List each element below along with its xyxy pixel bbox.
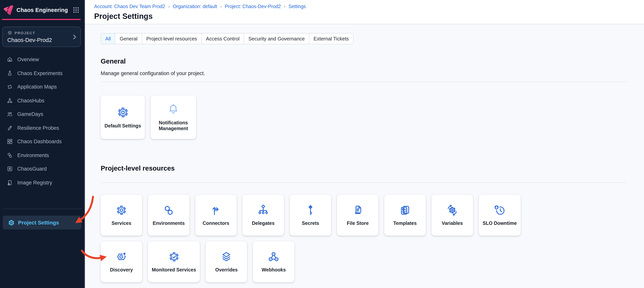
breadcrumb-separator: › xyxy=(284,4,286,9)
tab-general[interactable]: General xyxy=(115,34,142,44)
webhooks-card[interactable]: Webhooks xyxy=(253,241,294,282)
clock-badge-icon xyxy=(494,204,506,216)
dashboard-icon xyxy=(6,138,13,145)
split-arrows-icon xyxy=(210,204,222,216)
probe-icon xyxy=(6,125,13,131)
sidebar-item-overview[interactable]: Overview xyxy=(0,53,84,66)
card-label: Secrets xyxy=(302,221,319,226)
sidebar-item-environments[interactable]: Environments xyxy=(0,149,84,162)
page-title: Project Settings xyxy=(94,12,635,21)
org-chart-icon xyxy=(257,204,269,216)
sidebar-item-image-registry[interactable]: Image Registry xyxy=(0,176,84,189)
sidebar-item-gamedays[interactable]: GameDays xyxy=(0,107,84,121)
filter-tabs: All General Project-level resources Acce… xyxy=(101,33,354,44)
target-icon xyxy=(6,84,13,90)
breadcrumb-organization[interactable]: Organization: default xyxy=(173,4,217,9)
card-label: Notifications Management xyxy=(155,120,192,132)
hexagons-icon xyxy=(6,152,13,159)
templates-card[interactable]: Templates xyxy=(384,195,426,236)
notifications-management-card[interactable]: Notifications Management xyxy=(151,95,196,139)
home-icon xyxy=(6,56,13,63)
resources-cards-row-2: Discovery Monitored Services Overri xyxy=(101,241,627,282)
tab-project-level-resources[interactable]: Project-level resources xyxy=(142,34,201,44)
hexagons-icon xyxy=(162,204,175,216)
sidebar: Chaos Engineering PROJECT Chaos-Dev-Prod… xyxy=(0,0,85,288)
tab-security-and-governance[interactable]: Security and Governance xyxy=(244,34,309,44)
sidebar-item-chaos-experiments[interactable]: Chaos Experiments xyxy=(0,66,84,80)
card-label: File Store xyxy=(347,221,369,226)
monitored-services-card[interactable]: Monitored Services xyxy=(148,241,200,282)
gear-check-icon xyxy=(168,251,180,263)
project-selector-name: Chaos-Dev-Prod2 xyxy=(7,37,76,43)
app-grid-icon[interactable] xyxy=(72,6,80,13)
breadcrumb-project[interactable]: Project: Chaos-Dev-Prod2 xyxy=(225,4,281,9)
sidebar-item-resilience-probes[interactable]: Resilience Probes xyxy=(0,121,84,135)
discovery-card[interactable]: Discovery xyxy=(101,241,142,282)
project-selector-label: PROJECT xyxy=(14,31,35,35)
network-icon xyxy=(6,97,13,104)
cube-icon xyxy=(7,30,12,35)
sidebar-nav: Overview Chaos Experiments Application M… xyxy=(0,53,84,189)
stacked-cards-icon xyxy=(399,204,411,216)
breadcrumb-settings[interactable]: Settings xyxy=(288,4,306,9)
services-card[interactable]: Services xyxy=(101,195,142,236)
registry-icon xyxy=(6,179,13,186)
brand-header: Chaos Engineering xyxy=(0,0,84,16)
file-store-card[interactable]: File Store xyxy=(337,195,378,236)
sidebar-divider xyxy=(3,209,82,209)
card-label: Overrides xyxy=(215,267,238,273)
tab-external-tickets[interactable]: External Tickets xyxy=(309,34,353,44)
card-label: SLO Downtime xyxy=(482,221,517,226)
people-icon xyxy=(6,111,13,118)
main-content: Account: Chaos Dev Team Prod2 › Organiza… xyxy=(85,0,644,288)
connectors-card[interactable]: Connectors xyxy=(195,195,237,236)
sidebar-item-chaoshubs[interactable]: ChaosHubs xyxy=(0,94,84,107)
sidebar-item-project-settings[interactable]: Project Settings xyxy=(3,216,82,229)
bell-icon xyxy=(167,103,180,116)
breadcrumb-separator: › xyxy=(168,4,170,9)
project-selector[interactable]: PROJECT Chaos-Dev-Prod2 xyxy=(2,27,81,47)
gear-icon xyxy=(115,204,128,216)
tab-access-control[interactable]: Access Control xyxy=(201,34,244,44)
card-label: Delegates xyxy=(252,221,274,226)
flask-icon xyxy=(6,70,13,77)
page-header: Account: Chaos Dev Team Prod2 › Organiza… xyxy=(85,0,644,24)
card-label: Variables xyxy=(442,221,463,226)
section-title-resources: Project-level resources xyxy=(101,164,627,173)
card-label: Connectors xyxy=(203,221,230,226)
layers-icon xyxy=(220,251,233,263)
sidebar-item-chaosguard[interactable]: ChaosGuard xyxy=(0,162,84,176)
slo-downtime-card[interactable]: SLO Downtime xyxy=(479,195,521,236)
breadcrumb-account[interactable]: Account: Chaos Dev Team Prod2 xyxy=(94,4,165,9)
harness-chaos-logo-icon xyxy=(4,5,14,15)
breadcrumb: Account: Chaos Dev Team Prod2 › Organiza… xyxy=(94,4,635,9)
lock-icon xyxy=(6,166,13,172)
card-label: Services xyxy=(112,221,132,226)
sidebar-item-chaos-dashboards[interactable]: Chaos Dashboards xyxy=(0,135,84,149)
card-label: Environments xyxy=(153,221,185,226)
card-label: Default Settings xyxy=(104,123,141,129)
sidebar-item-application-maps[interactable]: Application Maps xyxy=(0,80,84,94)
card-label: Webhooks xyxy=(262,267,286,273)
delegates-card[interactable]: Delegates xyxy=(242,195,284,236)
breadcrumb-separator: › xyxy=(220,4,222,9)
key-icon xyxy=(304,204,316,216)
secrets-card[interactable]: Secrets xyxy=(290,195,331,236)
default-settings-card[interactable]: Default Settings xyxy=(101,95,145,139)
variables-card[interactable]: Variables xyxy=(432,195,473,236)
page-body: All General Project-level resources Acce… xyxy=(85,24,644,288)
overrides-card[interactable]: Overrides xyxy=(206,241,247,282)
app-window: Chaos Engineering PROJECT Chaos-Dev-Prod… xyxy=(0,0,644,288)
environments-card[interactable]: Environments xyxy=(148,195,190,236)
app-title: Chaos Engineering xyxy=(16,7,72,13)
hexagon-gear-dot-icon xyxy=(115,251,128,263)
gear-refresh-icon xyxy=(446,204,458,216)
card-label: Monitored Services xyxy=(152,267,196,273)
tab-all[interactable]: All xyxy=(101,34,115,44)
section-description-general: Manage general configuration of your pro… xyxy=(101,70,627,76)
card-label: Discovery xyxy=(110,267,133,273)
brand-accent-line xyxy=(2,19,81,20)
resources-cards-row-1: Services Environments Connectors xyxy=(101,195,627,236)
section-divider xyxy=(101,82,627,82)
general-cards-row: Default Settings Notifications Managemen… xyxy=(101,95,627,139)
